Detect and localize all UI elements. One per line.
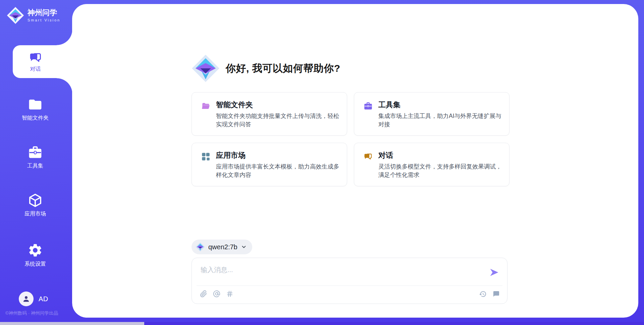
copyright-footer: ©神州数码 · 神州问学出品 [5,310,58,316]
message-input[interactable] [200,265,476,283]
app-window: 你好, 我可以如何帮助你? 智能文件夹 智能文件夹功能支持批量文件上传与清洗，轻… [0,0,644,325]
user-profile[interactable]: AD [19,291,48,306]
sidebar-item-label: 工具集 [27,162,43,170]
brand-diamond-logo [192,54,220,82]
folder-icon [28,97,43,112]
composer-tools-right [479,290,500,298]
send-button[interactable] [489,267,499,277]
sidebar-item-label: 系统设置 [24,261,46,268]
composer-divider [197,285,502,286]
sidebar-item-chat[interactable]: 对话 [13,45,73,78]
sidebar-item-toolset[interactable]: 工具集 [0,145,70,170]
briefcase-icon [28,145,43,160]
scrollbar-thumb[interactable] [0,322,144,325]
main-panel: 你好, 我可以如何帮助你? 智能文件夹 智能文件夹功能支持批量文件上传与清洗，轻… [72,4,638,318]
brand-logo-row: 神州问学 Smart Vision [7,7,60,24]
horizontal-scrollbar[interactable] [0,322,644,325]
at-sign-icon [213,290,220,298]
card-description: 智能文件夹功能支持批量文件上传与清洗，轻松实现文件问答 [216,112,339,129]
sidebar-item-app-market[interactable]: 应用市场 [0,193,70,217]
briefcase-icon [364,102,373,111]
card-title: 智能文件夹 [216,100,253,110]
chat-square-icon [492,290,500,298]
active-tab-fillet-top [57,29,72,45]
hashtag-button[interactable] [226,290,233,298]
conversation-button[interactable] [492,290,500,298]
greeting-row: 你好, 我可以如何帮助你? [192,54,340,82]
hash-icon [226,290,233,298]
history-icon [479,290,487,298]
card-title: 工具集 [378,100,400,110]
mention-button[interactable] [213,290,220,298]
sidebar-item-smart-folder[interactable]: 智能文件夹 [0,97,70,122]
gear-icon [28,243,43,258]
card-description: 集成市场上主流工具，助力AI与外界无缝扩展与对接 [378,112,502,129]
person-icon [22,295,31,303]
card-description: 应用市场提供丰富长文本模板，助力高效生成多样化文章内容 [216,162,339,180]
model-selector[interactable]: qwen2:7b [192,240,252,254]
sidebar-item-settings[interactable]: 系统设置 [0,243,70,268]
apps-grid-icon [201,152,210,161]
chevron-down-icon [241,244,247,250]
card-toolset[interactable]: 工具集 集成市场上主流工具，助力AI与外界无缝扩展与对接 [354,92,509,136]
brand-name: 神州问学 [28,9,60,17]
card-title: 对话 [378,150,393,160]
chat-bubbles-icon [364,152,373,161]
chat-bubbles-icon [29,51,42,64]
feature-cards: 智能文件夹 智能文件夹功能支持批量文件上传与清洗，轻松实现文件问答 工具集 集成… [192,92,509,186]
avatar [19,291,34,306]
message-composer [192,258,507,304]
cube-icon [28,193,43,208]
paperclip-icon [200,290,207,298]
composer-tools-left [200,290,233,298]
card-title: 应用市场 [216,150,246,160]
sidebar-item-label: 智能文件夹 [22,115,49,122]
card-app-market[interactable]: 应用市场 应用市场提供丰富长文本模板，助力高效生成多样化文章内容 [192,143,347,186]
folder-open-icon [201,102,210,111]
brand-subtitle: Smart Vision [28,18,60,22]
greeting-title: 你好, 我可以如何帮助你? [226,62,340,75]
history-button[interactable] [479,290,487,298]
card-chat[interactable]: 对话 灵活切换多模型文件，支持多样回复效果调试，满足个性化需求 [354,143,509,186]
sidebar-item-label: 对话 [30,66,41,73]
model-diamond-icon [196,242,205,252]
model-name: qwen2:7b [208,243,237,251]
card-smart-folder[interactable]: 智能文件夹 智能文件夹功能支持批量文件上传与清洗，轻松实现文件问答 [192,92,347,136]
user-name: AD [39,295,48,303]
send-icon [489,267,499,277]
sidebar: 神州问学 Smart Vision 对话 智能文件夹 [0,0,72,325]
attach-file-button[interactable] [200,290,207,298]
card-description: 灵活切换多模型文件，支持多样回复效果调试，满足个性化需求 [378,162,502,180]
active-tab-fillet-bottom [57,78,72,94]
sidebar-item-label: 应用市场 [24,210,46,217]
sidebar-diamond-logo [7,7,24,24]
